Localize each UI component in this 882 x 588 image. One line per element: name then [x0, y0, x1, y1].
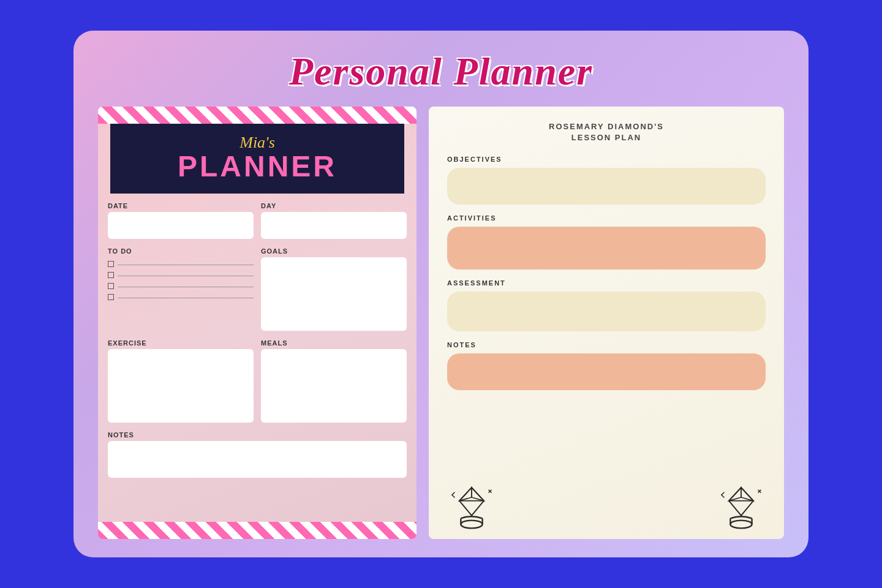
goals-label: GOALS: [261, 247, 407, 255]
day-field: DAY: [261, 202, 407, 239]
diamond-right-icon: [717, 480, 766, 529]
svg-point-11: [730, 521, 752, 529]
todo-items: [108, 261, 254, 300]
day-input[interactable]: [261, 212, 407, 239]
svg-line-19: [722, 492, 724, 495]
notes-row: NOTES: [108, 431, 407, 478]
lesson-plan-title: ROSEMARY DIAMOND'S LESSON PLAN: [447, 121, 766, 143]
exercise-field: EXERCISE: [108, 339, 254, 423]
objectives-label: OBJECTIVES: [447, 156, 766, 163]
checkbox-4[interactable]: [108, 294, 114, 300]
planner-body: DATE DAY TO DO: [98, 194, 417, 522]
svg-marker-4: [472, 488, 484, 501]
date-day-row: DATE DAY: [108, 202, 407, 239]
todo-line-4: [118, 298, 254, 298]
day-label: DAY: [261, 202, 407, 209]
right-planner: ROSEMARY DIAMOND'S LESSON PLAN OBJECTIVE…: [429, 107, 784, 539]
todo-goals-row: TO DO: [108, 247, 407, 331]
date-label: DATE: [108, 202, 254, 209]
meals-input[interactable]: [261, 349, 407, 423]
goals-input[interactable]: [261, 257, 407, 331]
todo-line-2: [118, 276, 254, 276]
activities-box[interactable]: [447, 227, 766, 270]
page-title: Personal Planner: [289, 49, 593, 94]
todo-label: TO DO: [108, 247, 254, 255]
todo-item-2: [108, 272, 254, 278]
diamond-left-icon: [447, 480, 496, 529]
todo-line-3: [118, 287, 254, 287]
exercise-input[interactable]: [108, 349, 254, 423]
meals-label: MEALS: [261, 339, 407, 347]
outer-container: Personal Planner Mia's PLANNER DATE: [74, 31, 809, 557]
svg-line-7: [452, 495, 454, 497]
objectives-box[interactable]: [447, 168, 766, 205]
todo-line-1: [118, 265, 254, 265]
svg-line-8: [452, 492, 454, 495]
checkbox-3[interactable]: [108, 283, 114, 289]
checkbox-2[interactable]: [108, 272, 114, 278]
assessment-label: ASSESSMENT: [447, 279, 766, 287]
exercise-label: EXERCISE: [108, 339, 254, 347]
planner-label: PLANNER: [123, 152, 392, 181]
top-stripe: [98, 107, 417, 124]
planner-header: Mia's PLANNER: [110, 124, 404, 194]
svg-marker-16: [729, 488, 741, 501]
assessment-box[interactable]: [447, 292, 766, 331]
date-input[interactable]: [108, 212, 254, 239]
checkbox-1[interactable]: [108, 261, 114, 267]
activities-label: ACTIVITIES: [447, 214, 766, 222]
notes-label-left: NOTES: [108, 431, 407, 439]
todo-item-3: [108, 283, 254, 289]
diamond-row: [447, 475, 766, 529]
todo-section: TO DO: [108, 247, 254, 331]
planners-row: Mia's PLANNER DATE DAY: [98, 107, 784, 539]
svg-point-0: [461, 521, 482, 529]
notes-input[interactable]: [108, 441, 407, 478]
exercise-meals-row: EXERCISE MEALS: [108, 339, 407, 423]
notes-label-right: NOTES: [447, 341, 766, 349]
bottom-stripe: [98, 522, 417, 539]
left-planner: Mia's PLANNER DATE DAY: [98, 107, 417, 539]
meals-field: MEALS: [261, 339, 407, 423]
date-field: DATE: [108, 202, 254, 239]
svg-marker-5: [459, 488, 472, 501]
mias-label: Mia's: [123, 134, 392, 152]
svg-line-18: [722, 495, 724, 497]
goals-field: GOALS: [261, 247, 407, 331]
notes-box-right[interactable]: [447, 353, 766, 390]
todo-item-1: [108, 261, 254, 267]
svg-marker-15: [741, 488, 753, 501]
todo-item-4: [108, 294, 254, 300]
